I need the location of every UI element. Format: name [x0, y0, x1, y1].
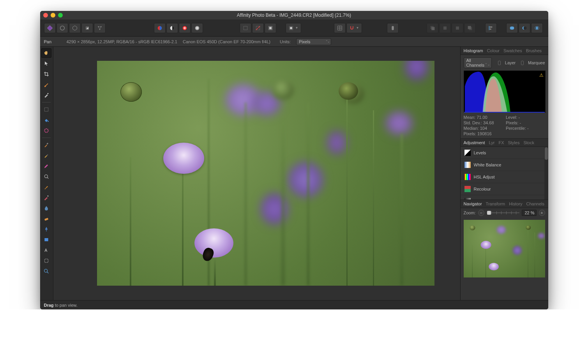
boolean-add-icon[interactable] [506, 23, 518, 33]
adjustment-recolour[interactable]: Recolour [461, 183, 548, 195]
clone-tool[interactable] [41, 193, 51, 202]
crop-tool[interactable] [41, 69, 51, 79]
tab-layers[interactable]: Lyr [489, 140, 495, 145]
zoom-value[interactable]: 22 % [522, 210, 537, 216]
top-toolbar: ▼ ▼ [40, 19, 548, 37]
tab-transform[interactable]: Transform [486, 201, 505, 206]
assistant-icon[interactable] [387, 23, 399, 33]
tab-colour[interactable]: Colour [487, 48, 500, 53]
deselect-icon[interactable] [252, 23, 264, 33]
adjustment-levels[interactable]: Levels [461, 147, 548, 159]
marquee-checkbox-label: Marquee [528, 60, 545, 65]
sponge-tool[interactable] [41, 214, 51, 223]
invert-selection-icon[interactable] [265, 23, 276, 33]
adjustment-white-balance[interactable]: White Balance [461, 159, 548, 171]
tab-history[interactable]: History [509, 201, 522, 206]
tab-histogram[interactable]: Histogram [464, 48, 483, 53]
adjustment-scrollbar[interactable] [544, 147, 548, 200]
color-picker-tool[interactable] [41, 140, 51, 150]
smudge-tool[interactable] [41, 126, 51, 135]
status-bar: Drag to pan view. [40, 300, 548, 309]
paintbrush-tool[interactable] [41, 80, 51, 89]
dodge-tool[interactable] [41, 182, 51, 192]
pencil-tool[interactable] [41, 161, 51, 171]
persona-liquify-icon[interactable] [57, 23, 68, 33]
toolbox: A [40, 47, 53, 300]
maximize-button[interactable] [58, 13, 63, 18]
rectangle-tool[interactable] [41, 235, 51, 244]
boolean-intersect-icon[interactable] [531, 23, 543, 33]
color-wheel-icon[interactable] [179, 23, 191, 33]
magnifier-tool[interactable] [41, 267, 51, 276]
svg-line-51 [47, 272, 48, 273]
navigator-preview[interactable] [464, 220, 545, 277]
arrange-forward-icon[interactable] [452, 23, 463, 33]
svg-rect-25 [456, 27, 459, 30]
minimize-button[interactable] [51, 13, 55, 18]
layer-checkbox-label: Layer [505, 60, 516, 65]
tab-brushes[interactable]: Brushes [526, 48, 542, 53]
svg-point-34 [523, 27, 526, 30]
marquee-rect-icon[interactable] [240, 23, 251, 33]
tab-swatches[interactable]: Swatches [503, 48, 522, 53]
close-button[interactable] [43, 13, 48, 18]
marquee-checkbox[interactable] [521, 61, 524, 65]
tab-navigator[interactable]: Navigator [464, 201, 482, 206]
bw-icon [464, 198, 471, 200]
svg-line-44 [47, 177, 48, 178]
stat-percentile: Percentile: - [506, 126, 545, 131]
canvas-area[interactable] [53, 47, 460, 300]
active-tool-label: Pan [44, 39, 61, 44]
text-tool[interactable]: A [41, 246, 51, 255]
hand-tool[interactable] [41, 48, 51, 58]
tab-adjustment[interactable]: Adjustment [464, 140, 485, 145]
units-select[interactable]: Pixels [296, 38, 331, 45]
split-view-icon[interactable] [154, 23, 166, 33]
zoom-in-button[interactable]: + [539, 210, 545, 216]
mesh-warp-tool[interactable] [41, 256, 51, 265]
marquee-tool[interactable] [41, 105, 51, 114]
svg-rect-52 [464, 112, 545, 113]
tab-styles[interactable]: Styles [508, 140, 519, 145]
svg-point-37 [536, 27, 538, 29]
persona-tone-icon[interactable] [81, 23, 93, 33]
stat-median: Median: 104 [464, 126, 503, 131]
pen-tool[interactable] [41, 224, 51, 234]
flood-fill-tool[interactable] [41, 115, 51, 125]
grid-icon[interactable] [334, 23, 346, 33]
arrange-back-icon[interactable] [427, 23, 438, 33]
tab-fx[interactable]: FX [498, 140, 504, 145]
svg-rect-14 [244, 26, 247, 30]
erase-tool[interactable] [41, 151, 51, 160]
tab-stock[interactable]: Stock [523, 140, 534, 145]
layer-checkbox[interactable] [498, 61, 501, 65]
move-tool[interactable] [41, 59, 51, 68]
adjustment-black-white[interactable]: Black & White [461, 195, 548, 200]
adjustment-hsl[interactable]: HSL Adjust [461, 171, 548, 183]
eyedropper-tool[interactable] [41, 172, 51, 181]
titlebar: Affinity Photo Beta - IMG_2449.CR2 [Modi… [40, 11, 548, 19]
snapping-dropdown[interactable]: ▼ [346, 23, 362, 33]
histogram-channel-select[interactable]: All Channels [464, 57, 492, 68]
svg-point-32 [511, 27, 514, 30]
zoom-label: Zoom: [464, 210, 476, 215]
tab-channels[interactable]: Channels [526, 201, 544, 206]
arrange-backward-icon[interactable] [439, 23, 451, 33]
white-balance-icon [464, 162, 471, 168]
contrast-view-icon[interactable] [166, 23, 178, 33]
blur-tool[interactable] [41, 203, 51, 213]
tone-circle-icon[interactable] [191, 23, 203, 33]
quick-mask-dropdown[interactable]: ▼ [286, 23, 301, 33]
boolean-subtract-icon[interactable] [519, 23, 530, 33]
persona-develop-icon[interactable] [69, 23, 81, 33]
persona-photo-icon[interactable] [44, 23, 56, 33]
align-icon[interactable] [485, 23, 497, 33]
zoom-slider[interactable] [487, 210, 519, 216]
persona-export-icon[interactable] [94, 23, 106, 33]
document-canvas[interactable] [97, 61, 434, 286]
zoom-out-button[interactable]: − [478, 210, 484, 216]
stat-mean: Mean: 71.00 [464, 115, 503, 120]
hsl-icon [464, 174, 471, 180]
arrange-front-icon[interactable] [464, 23, 476, 33]
heal-tool[interactable] [41, 90, 51, 100]
